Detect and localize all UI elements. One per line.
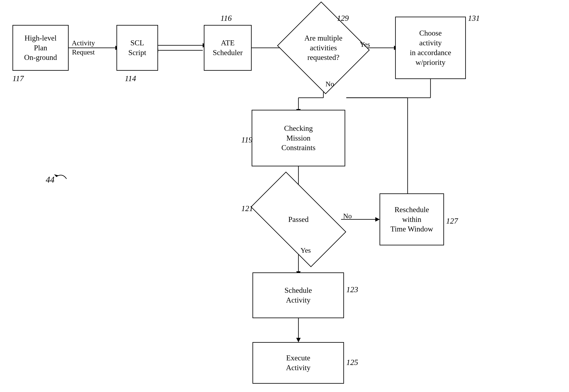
- ref-117: 117: [13, 74, 24, 83]
- ref-114: 114: [125, 74, 136, 83]
- svg-marker-19: [375, 217, 380, 222]
- execute-activity-label: ExecuteActivity: [286, 353, 310, 373]
- choose-activity-box: Chooseactivityin accordancew/priority: [395, 17, 466, 79]
- no-passed-label: No: [343, 212, 352, 220]
- choose-activity-label: Chooseactivityin accordancew/priority: [410, 28, 451, 67]
- passed-label: Passed: [288, 215, 309, 224]
- svg-marker-26: [54, 174, 59, 177]
- checking-mission-box: CheckingMissionConstraints: [252, 110, 345, 166]
- scl-script-label: SCLScript: [128, 38, 146, 58]
- yes-multiple-label: Yes: [360, 41, 370, 48]
- high-level-plan-label: High-levelPlanOn-ground: [24, 33, 57, 62]
- flowchart-diagram: High-levelPlanOn-ground 117 ActivityRequ…: [0, 0, 569, 392]
- scl-script-box: SCLScript: [116, 25, 158, 71]
- ref-127: 127: [446, 216, 458, 225]
- no-multiple-label: No: [325, 80, 334, 88]
- ate-scheduler-box: ATEScheduler: [204, 25, 252, 71]
- ref-119: 119: [241, 135, 252, 144]
- ref-125: 125: [346, 358, 358, 367]
- high-level-plan-box: High-levelPlanOn-ground: [13, 25, 69, 71]
- passed-diamond: Passed: [256, 195, 341, 244]
- svg-marker-25: [296, 338, 301, 342]
- checking-mission-label: CheckingMissionConstraints: [281, 124, 316, 153]
- reschedule-label: ReschedulewithinTime Window: [390, 205, 433, 234]
- ate-scheduler-label: ATEScheduler: [213, 38, 243, 58]
- yes-passed-label: Yes: [301, 246, 311, 254]
- ref-116: 116: [221, 14, 232, 23]
- multiple-activities-diamond: Are multipleactivitiesrequested?: [289, 17, 358, 79]
- schedule-activity-label: ScheduleActivity: [284, 285, 312, 305]
- execute-activity-box: ExecuteActivity: [252, 342, 344, 384]
- ref-129: 129: [337, 14, 349, 23]
- ref-44-arrow: [50, 166, 75, 183]
- ref-131: 131: [468, 14, 480, 23]
- reschedule-box: ReschedulewithinTime Window: [380, 193, 444, 245]
- schedule-activity-box: ScheduleActivity: [252, 272, 344, 318]
- ref-121: 121: [241, 204, 253, 213]
- activity-request-label: ActivityRequest: [72, 39, 95, 57]
- ref-123: 123: [346, 285, 358, 294]
- multiple-activities-label: Are multipleactivitiesrequested?: [305, 33, 343, 62]
